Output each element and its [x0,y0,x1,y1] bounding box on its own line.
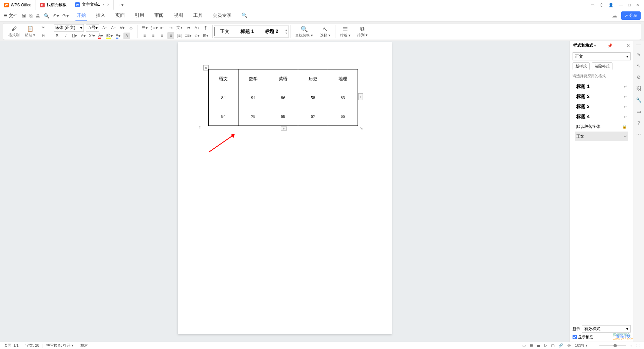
table-cell[interactable]: 语文 [209,69,238,88]
strikethrough-icon[interactable]: A▾ [80,33,87,39]
table-cell[interactable]: 84 [209,107,238,126]
dot-icon[interactable]: ● [103,3,104,6]
close-panel-icon[interactable]: ✕ [627,43,630,48]
increase-font-icon[interactable]: A⁺ [101,24,108,31]
bold-icon[interactable]: B [54,33,60,39]
gallery-down-icon[interactable]: ▾ [285,32,287,35]
increase-indent-icon[interactable]: ⇥ [167,24,174,31]
cut-icon[interactable]: ✂ [40,24,47,31]
align-justify-icon[interactable]: ≡ [167,32,174,39]
table-cell[interactable]: 地理 [328,69,358,88]
align-left-icon[interactable]: ≡ [141,32,148,39]
decrease-indent-icon[interactable]: ⇤ [159,24,165,31]
minimize-icon[interactable]: — [619,3,623,7]
search-icon[interactable]: 🔍 [240,10,248,21]
style-item-body[interactable]: 正文↵ [575,132,628,141]
bullet-list-icon[interactable]: ☰▾ [141,24,148,31]
new-tab-button[interactable]: + ▾ [114,3,127,7]
text-direction-icon[interactable]: ↕▾ [185,24,192,31]
sort-icon[interactable]: A↓ [194,24,200,31]
table-cell[interactable]: 94 [238,88,268,107]
superscript-icon[interactable]: X²▾ [89,33,95,39]
show-select[interactable]: 有效样式▾ [582,325,631,333]
new-style-button[interactable]: 新样式 [573,62,590,70]
view-page-icon[interactable]: ▦ [530,343,533,348]
style-item-default[interactable]: 默认段落字体🔒 [575,122,628,132]
table-move-handle[interactable]: ✥ [203,65,209,70]
zoom-level[interactable]: 103% ▾ [575,343,587,348]
save-icon[interactable]: 🖫 [21,13,26,18]
style-normal[interactable]: 正文 [214,27,235,36]
books-icon[interactable]: ▭ [522,343,526,348]
table-cell[interactable]: 86 [268,88,298,107]
style-item-h2[interactable]: 标题 2↵ [575,92,628,102]
book-icon[interactable]: ▭ [635,108,642,115]
table-cell[interactable]: 78 [238,107,268,126]
style-item-h3[interactable]: 标题 3↵ [575,102,628,112]
clear-format-button[interactable]: 清除格式 [592,62,612,70]
table-cell[interactable]: 84 [209,88,238,107]
preview-icon[interactable]: 🔍 [44,13,49,18]
find-replace-button[interactable]: 🔍 查找替换 ▾ [292,26,316,38]
layout-button[interactable]: ☰ 排版 ▾ [337,26,354,38]
align-center-icon[interactable]: ≡ [150,32,157,39]
row-drag-handle[interactable]: ⠿ [199,126,202,131]
focus-icon[interactable]: ⦿ [567,344,571,348]
copy-icon[interactable]: ⎘ [40,32,47,39]
view-outline-icon[interactable]: ☰ [537,343,540,348]
style-gallery[interactable]: 正文 标题 1 标题 2 ▴ ▾ [214,26,289,38]
tools-icon[interactable]: 🔧 [635,97,642,103]
table-cell[interactable]: 65 [328,107,358,126]
pin-icon[interactable]: 📌 [607,43,612,48]
zoom-out-icon[interactable]: — [592,344,595,348]
close-icon[interactable]: ✕ [636,3,639,7]
highlight-icon[interactable]: ab▾ [106,33,113,39]
table-cell[interactable]: 英语 [268,69,298,88]
tab-document[interactable]: W 文字文稿1 ● × [71,0,114,10]
add-row-handle[interactable]: + [281,127,287,131]
box-icon[interactable]: ⬡ [600,3,603,7]
gallery-up-icon[interactable]: ▴ [285,28,287,32]
table-cell[interactable]: 数学 [238,69,268,88]
share-button[interactable]: ↗ 分享 [621,11,641,20]
menu-tab-reference[interactable]: 引用 [134,10,145,21]
text-fill-icon[interactable]: A▾ [115,33,121,39]
menu-tab-review[interactable]: 审阅 [153,10,165,21]
link-icon[interactable]: 🔗 [558,343,563,348]
clear-format-icon[interactable]: ◇ [127,24,134,31]
word-count[interactable]: 字数: 20 [25,343,39,348]
italic-icon[interactable]: I [62,33,69,39]
font-color-icon[interactable]: A▾ [97,33,104,39]
char-shade-icon[interactable]: A [123,33,130,39]
menu-tab-tools[interactable]: 工具 [192,10,204,21]
show-marks-icon[interactable]: ¶ [202,24,209,31]
line-spacing-icon[interactable]: ‡≡▾ [185,32,192,39]
font-size-select[interactable]: 五号▾ [86,24,99,32]
gallery-icon[interactable]: 🖼 [635,85,642,92]
close-tab-icon[interactable]: × [107,2,109,7]
underline-icon[interactable]: U▾ [71,33,78,39]
help-icon[interactable]: ? [635,119,642,126]
shading-icon[interactable]: ◇▾ [194,32,200,39]
tab-templates[interactable]: D 找稻壳模板 [36,0,71,10]
table-cell[interactable]: 67 [298,107,328,126]
font-name-select[interactable]: 宋体 (正文)▾ [54,24,84,32]
preview-checkbox[interactable]: 显示预览 [573,335,593,340]
border-icon[interactable]: ⊞▾ [202,32,209,39]
add-column-handle[interactable]: + [358,93,363,100]
decrease-font-icon[interactable]: A⁻ [110,24,117,31]
current-style-select[interactable]: 正文▾ [573,52,631,60]
more-icon[interactable]: ⋯ [635,131,642,138]
select-button[interactable]: ↖ 选择 ▾ [317,26,334,38]
menu-tab-member[interactable]: 会员专享 [212,10,232,21]
table-cell[interactable]: 历史 [298,69,328,88]
number-list-icon[interactable]: ⋮≡▾ [150,24,157,31]
paste-group[interactable]: 📋 粘贴 ▾ [22,26,38,38]
cloud-icon[interactable]: ☁ [612,12,617,19]
table-cell[interactable]: 83 [328,88,358,107]
edit-icon[interactable]: ✎ [635,51,642,58]
fullscreen-icon[interactable]: ⛶ [636,344,640,348]
align-right-icon[interactable]: ≡ [159,32,165,39]
print-icon[interactable]: 🖶 [36,13,40,18]
menu-tab-insert[interactable]: 插入 [95,10,106,21]
